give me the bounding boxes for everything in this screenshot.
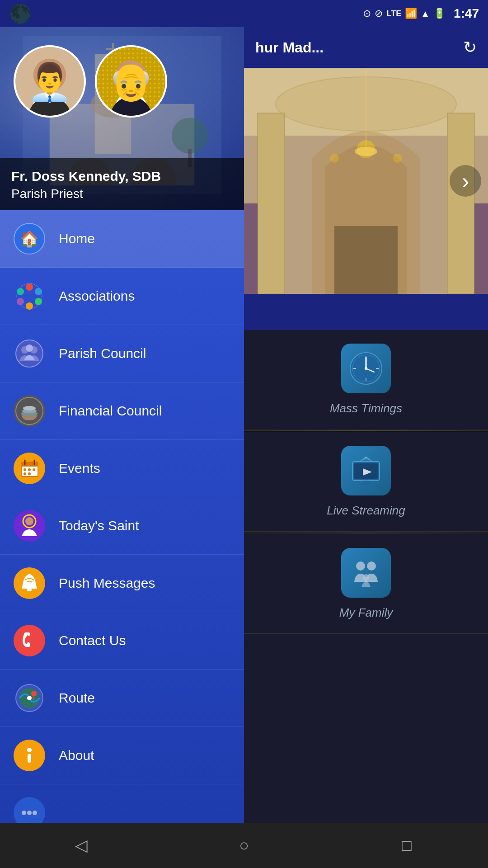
lte-icon: LTE bbox=[386, 9, 401, 19]
sidebar-item-about[interactable]: About bbox=[0, 727, 244, 784]
svg-point-47 bbox=[23, 472, 26, 475]
sidebar-item-parish-council[interactable]: Parish Council bbox=[0, 325, 244, 382]
svg-point-46 bbox=[33, 468, 35, 471]
svg-point-58 bbox=[27, 696, 32, 700]
priest-name: Fr. Doss Kennedy, SDB bbox=[11, 167, 233, 185]
svg-point-9 bbox=[33, 59, 66, 91]
grid-item-my-family[interactable]: My Family bbox=[244, 534, 488, 634]
priest-info: Fr. Doss Kennedy, SDB Parish Priest bbox=[0, 158, 244, 210]
my-family-label: My Family bbox=[339, 606, 393, 620]
svg-rect-72 bbox=[334, 226, 398, 294]
main-panel: hur Mad... ↻ bbox=[244, 27, 488, 868]
back-button[interactable]: ◁ bbox=[63, 827, 99, 863]
financial-council-icon bbox=[14, 395, 45, 427]
sidebar-item-events[interactable]: Events bbox=[0, 440, 244, 497]
avatar-container bbox=[14, 45, 167, 118]
svg-point-28 bbox=[26, 302, 33, 310]
grid-section: Mass Timings bbox=[244, 330, 488, 634]
svg-point-29 bbox=[17, 298, 24, 305]
sidebar-item-label: Associations bbox=[59, 288, 135, 304]
signal2-icon: ▲ bbox=[421, 9, 430, 19]
sidebar-item-label: Push Messages bbox=[59, 576, 155, 591]
svg-point-25 bbox=[26, 283, 33, 291]
svg-rect-62 bbox=[28, 754, 31, 763]
recents-button[interactable]: □ bbox=[389, 827, 425, 863]
sidebar-item-associations[interactable]: Associations bbox=[0, 268, 244, 325]
sidebar-item-todays-saint[interactable]: Today's Saint bbox=[0, 497, 244, 555]
push-messages-icon bbox=[14, 567, 45, 599]
svg-point-26 bbox=[35, 288, 42, 295]
grid-item-live-streaming[interactable]: Live Streaming bbox=[244, 432, 488, 532]
svg-rect-70 bbox=[258, 113, 285, 294]
home-icon: 🏠 bbox=[14, 223, 45, 255]
refresh-icon[interactable]: ↻ bbox=[463, 38, 477, 57]
svg-point-54 bbox=[28, 574, 31, 576]
drawer-header: Fr. Doss Kennedy, SDB Parish Priest bbox=[0, 27, 244, 210]
route-icon bbox=[14, 682, 45, 714]
parish-council-icon bbox=[14, 338, 45, 369]
status-time: 1:47 bbox=[454, 6, 479, 21]
nav-drawer: Fr. Doss Kennedy, SDB Parish Priest 🏠 Ho… bbox=[0, 27, 244, 868]
bishop-avatar bbox=[95, 45, 167, 118]
bottom-navigation: ◁ ○ □ bbox=[0, 823, 488, 868]
sidebar-item-route[interactable]: Route bbox=[0, 670, 244, 727]
svg-point-19 bbox=[125, 72, 128, 75]
about-icon bbox=[14, 740, 45, 771]
priest-title: Parish Priest bbox=[11, 187, 233, 201]
svg-point-20 bbox=[134, 72, 138, 75]
svg-rect-78 bbox=[244, 203, 258, 294]
sidebar-item-financial-council[interactable]: Financial Council bbox=[0, 382, 244, 440]
sidebar-item-label: About bbox=[59, 748, 94, 763]
carousel-next-button[interactable]: › bbox=[450, 165, 481, 197]
svg-point-66 bbox=[33, 811, 37, 815]
svg-point-30 bbox=[17, 288, 24, 295]
svg-point-74 bbox=[330, 154, 339, 163]
svg-rect-21 bbox=[123, 71, 130, 75]
cast-icon: ⊙ bbox=[363, 8, 371, 19]
svg-rect-41 bbox=[21, 462, 38, 467]
nav-list: 🏠 Home Associations bbox=[0, 210, 244, 868]
battery-icon: 🔋 bbox=[433, 8, 446, 19]
svg-point-95 bbox=[356, 561, 365, 571]
svg-rect-12 bbox=[41, 71, 49, 75]
svg-point-94 bbox=[365, 457, 367, 458]
sidebar-item-label: Contact Us bbox=[59, 633, 126, 648]
sidebar-item-label: Financial Council bbox=[59, 403, 162, 419]
sidebar-item-label: Events bbox=[59, 461, 100, 476]
main-title: hur Mad... bbox=[255, 39, 324, 56]
home-button[interactable]: ○ bbox=[226, 827, 262, 863]
svg-point-11 bbox=[53, 71, 57, 74]
mass-timings-label: Mass Timings bbox=[330, 401, 402, 415]
svg-point-65 bbox=[27, 811, 32, 815]
svg-point-10 bbox=[42, 71, 47, 74]
main-topbar: hur Mad... ↻ bbox=[244, 27, 488, 68]
svg-point-45 bbox=[28, 468, 31, 471]
svg-point-44 bbox=[23, 468, 26, 471]
svg-point-84 bbox=[365, 367, 367, 370]
sidebar-item-push-messages[interactable]: Push Messages bbox=[0, 555, 244, 612]
status-bar-left: 🌑 bbox=[9, 3, 32, 24]
sidebar-item-label: Today's Saint bbox=[59, 518, 139, 533]
sidebar-item-label: Home bbox=[59, 231, 95, 246]
svg-rect-71 bbox=[447, 113, 474, 294]
svg-point-77 bbox=[355, 147, 377, 156]
live-streaming-label: Live Streaming bbox=[327, 504, 405, 518]
svg-rect-79 bbox=[474, 203, 488, 294]
svg-rect-13 bbox=[51, 71, 58, 75]
status-bar: 🌑 ⊙ ⊘ LTE 📶 ▲ 🔋 1:47 bbox=[0, 0, 488, 27]
my-family-icon bbox=[341, 548, 391, 598]
sidebar-item-label: Route bbox=[59, 690, 95, 706]
todays-saint-icon bbox=[14, 510, 45, 542]
sidebar-item-contact-us[interactable]: Contact Us bbox=[0, 612, 244, 670]
grid-item-mass-timings[interactable]: Mass Timings bbox=[244, 330, 488, 429]
do-not-disturb-icon: ⊘ bbox=[375, 8, 383, 19]
svg-rect-53 bbox=[27, 589, 32, 591]
svg-rect-22 bbox=[132, 71, 139, 75]
svg-point-96 bbox=[367, 561, 376, 571]
events-icon bbox=[14, 453, 45, 484]
svg-point-75 bbox=[393, 154, 402, 163]
svg-point-48 bbox=[28, 472, 31, 475]
sidebar-item-home[interactable]: 🏠 Home bbox=[0, 210, 244, 268]
grid-separator-1 bbox=[244, 430, 488, 431]
svg-point-64 bbox=[22, 811, 26, 815]
